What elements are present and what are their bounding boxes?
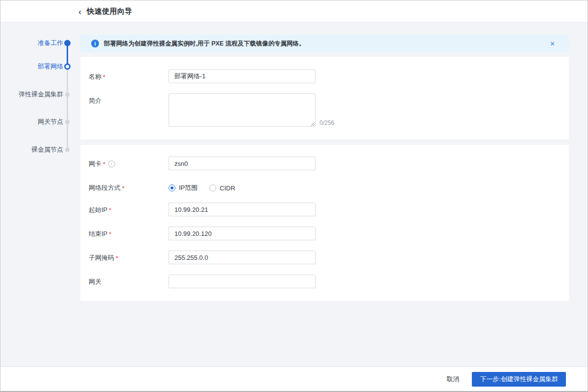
required-mark: * bbox=[103, 73, 105, 81]
gateway-input[interactable] bbox=[169, 275, 316, 288]
netmask-row: 子网掩码 * bbox=[89, 251, 559, 264]
cancel-button[interactable]: 取消 bbox=[446, 375, 459, 384]
step-label: 弹性裸金属集群 bbox=[19, 90, 63, 99]
step-label: 部署网络 bbox=[38, 62, 63, 71]
wizard-body: 准备工作 部署网络 弹性裸金属集群 网关节点 裸金属节点 i 部署网络为创建弹性… bbox=[0, 23, 588, 367]
required-mark: * bbox=[109, 207, 111, 214]
step-pending-dot-icon bbox=[65, 120, 70, 124]
step-connector-pending bbox=[67, 67, 68, 150]
step-baremetal-node[interactable]: 裸金属节点 bbox=[0, 145, 80, 155]
form-content: i 部署网络为创建弹性裸金属实例时,用于 PXE 流程及下载镜像的专属网络。 ✕… bbox=[80, 23, 588, 367]
name-label: 名称 * bbox=[89, 69, 169, 81]
netmask-label: 子网掩码 * bbox=[89, 251, 169, 262]
radio-cidr[interactable]: CIDR bbox=[209, 184, 235, 192]
network-settings-card: 网卡 * i 网络段方式 * IP范围 bbox=[80, 145, 569, 301]
description-field: 0/256 bbox=[169, 93, 334, 127]
step-current-dot-icon bbox=[64, 64, 71, 70]
end-ip-row: 结束IP * bbox=[89, 227, 559, 240]
help-icon[interactable]: i bbox=[108, 161, 115, 167]
close-icon[interactable]: ✕ bbox=[550, 41, 555, 47]
nic-label: 网卡 * i bbox=[89, 157, 169, 168]
step-label: 准备工作 bbox=[38, 39, 63, 47]
step-pending-dot-icon bbox=[65, 148, 70, 152]
radio-selected-icon bbox=[169, 184, 175, 191]
wizard-footer: 取消 下一步:创建弹性裸金属集群 bbox=[0, 367, 588, 391]
start-ip-input[interactable] bbox=[169, 203, 316, 216]
netmask-input[interactable] bbox=[169, 251, 316, 264]
required-mark: * bbox=[103, 161, 105, 168]
basic-info-card: 名称 * 简介 0/256 bbox=[80, 57, 569, 139]
banner-text: 部署网络为创建弹性裸金属实例时,用于 PXE 流程及下载镜像的专属网络。 bbox=[104, 40, 305, 48]
radio-unselected-icon bbox=[209, 184, 216, 191]
segment-mode-row: 网络段方式 * IP范围 CIDR bbox=[89, 181, 559, 192]
page-title: 快速使用向导 bbox=[87, 7, 132, 16]
step-done-dot-icon bbox=[64, 40, 71, 46]
info-icon: i bbox=[91, 40, 99, 47]
end-ip-label: 结束IP * bbox=[89, 227, 169, 238]
wizard-steps: 准备工作 部署网络 弹性裸金属集群 网关节点 裸金属节点 bbox=[0, 23, 80, 367]
next-step-button[interactable]: 下一步:创建弹性裸金属集群 bbox=[472, 372, 566, 387]
required-mark: * bbox=[116, 254, 118, 262]
wizard-header: ‹ 快速使用向导 bbox=[0, 0, 588, 23]
segment-mode-label: 网络段方式 * bbox=[89, 181, 169, 192]
step-label: 网关节点 bbox=[38, 117, 63, 126]
step-gateway-node[interactable]: 网关节点 bbox=[0, 117, 80, 127]
description-textarea[interactable] bbox=[169, 93, 316, 127]
gateway-row: 网关 bbox=[89, 275, 559, 288]
back-icon[interactable]: ‹ bbox=[78, 7, 81, 16]
required-mark: * bbox=[122, 184, 124, 192]
step-pending-dot-icon bbox=[65, 92, 70, 97]
step-deploy-network[interactable]: 部署网络 bbox=[0, 62, 80, 71]
required-mark: * bbox=[109, 231, 111, 238]
info-banner: i 部署网络为创建弹性裸金属实例时,用于 PXE 流程及下载镜像的专属网络。 ✕ bbox=[80, 35, 569, 52]
name-input[interactable] bbox=[169, 69, 316, 83]
name-row: 名称 * bbox=[89, 69, 559, 83]
nic-row: 网卡 * i bbox=[89, 157, 559, 170]
description-label: 简介 bbox=[89, 93, 169, 105]
segment-mode-options: IP范围 CIDR bbox=[169, 181, 235, 192]
nic-input[interactable] bbox=[169, 157, 316, 170]
start-ip-label: 起始IP * bbox=[89, 203, 169, 214]
step-baremetal-cluster[interactable]: 弹性裸金属集群 bbox=[0, 90, 80, 99]
description-row: 简介 0/256 bbox=[89, 93, 559, 127]
start-ip-row: 起始IP * bbox=[89, 203, 559, 216]
step-preparation[interactable]: 准备工作 bbox=[0, 38, 80, 48]
radio-ip-range[interactable]: IP范围 bbox=[169, 184, 197, 192]
step-label: 裸金属节点 bbox=[31, 145, 63, 154]
end-ip-input[interactable] bbox=[169, 227, 316, 240]
char-counter: 0/256 bbox=[319, 120, 334, 127]
gateway-label: 网关 bbox=[89, 275, 169, 286]
